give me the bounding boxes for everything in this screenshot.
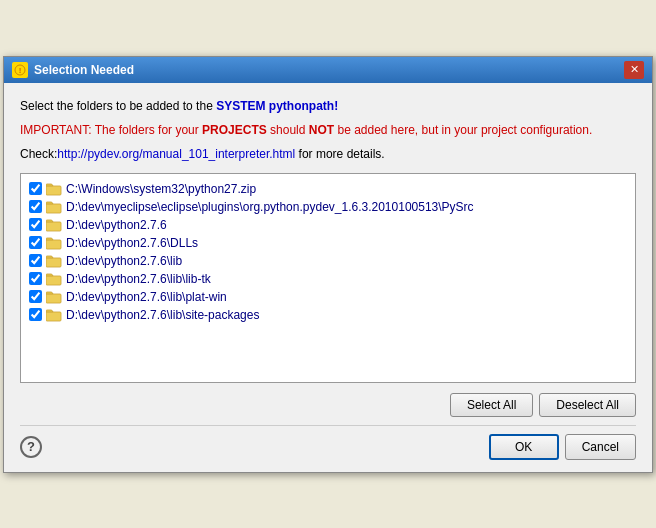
svg-rect-11: [47, 258, 61, 266]
list-item-path: D:\dev\python2.7.6\lib\site-packages: [66, 308, 259, 322]
list-item-checkbox[interactable]: [29, 200, 42, 213]
list-box[interactable]: C:\Windows\system32\python27.zip D:\dev\…: [20, 173, 636, 383]
svg-rect-13: [47, 276, 61, 284]
folder-icon: [46, 182, 62, 196]
cancel-button[interactable]: Cancel: [565, 434, 636, 460]
svg-rect-15: [47, 294, 61, 302]
list-item[interactable]: D:\dev\python2.7.6\DLLs: [25, 234, 631, 252]
list-item-path: D:\dev\python2.7.6: [66, 218, 167, 232]
svg-rect-3: [47, 186, 61, 194]
title-text: Selection Needed: [34, 63, 134, 77]
list-item-path: D:\dev\python2.7.6\lib\lib-tk: [66, 272, 211, 286]
svg-rect-17: [47, 312, 61, 320]
list-item-checkbox[interactable]: [29, 254, 42, 267]
bottom-buttons-row: ? OK Cancel: [20, 434, 636, 460]
deselect-all-button[interactable]: Deselect All: [539, 393, 636, 417]
folder-icon: [46, 218, 62, 232]
dialog-body: Select the folders to be added to the SY…: [4, 83, 652, 472]
folder-icon: [46, 272, 62, 286]
svg-rect-9: [47, 240, 61, 248]
dialog: ! Selection Needed ✕ Select the folders …: [3, 56, 653, 473]
list-item-checkbox[interactable]: [29, 308, 42, 321]
list-item-checkbox[interactable]: [29, 236, 42, 249]
list-item-path: D:\dev\myeclipse\eclipse\plugins\org.pyt…: [66, 200, 474, 214]
list-item[interactable]: D:\dev\python2.7.6\lib\site-packages: [25, 306, 631, 324]
list-item-checkbox[interactable]: [29, 272, 42, 285]
message-line-2: IMPORTANT: The folders for your PROJECTS…: [20, 121, 636, 139]
ok-button[interactable]: OK: [489, 434, 559, 460]
help-icon[interactable]: ?: [20, 436, 42, 458]
list-item[interactable]: D:\dev\myeclipse\eclipse\plugins\org.pyt…: [25, 198, 631, 216]
manual-link[interactable]: http://pydev.org/manual_101_interpreter.…: [57, 147, 295, 161]
list-item-checkbox[interactable]: [29, 290, 42, 303]
folder-icon: [46, 254, 62, 268]
list-item[interactable]: D:\dev\python2.7.6\lib\lib-tk: [25, 270, 631, 288]
title-bar-left: ! Selection Needed: [12, 62, 134, 78]
list-item-checkbox[interactable]: [29, 218, 42, 231]
message-line-1: Select the folders to be added to the SY…: [20, 97, 636, 115]
svg-text:!: !: [19, 66, 22, 75]
list-item-checkbox[interactable]: [29, 182, 42, 195]
folder-icon: [46, 236, 62, 250]
close-button[interactable]: ✕: [624, 61, 644, 79]
list-item-path: D:\dev\python2.7.6\lib\plat-win: [66, 290, 227, 304]
list-item-path: D:\dev\python2.7.6\DLLs: [66, 236, 198, 250]
select-all-button[interactable]: Select All: [450, 393, 533, 417]
important-prefix: IMPORTANT: The folders for your PROJECTS…: [20, 123, 592, 137]
svg-rect-7: [47, 222, 61, 230]
folder-icon: [46, 200, 62, 214]
folder-icon: [46, 308, 62, 322]
ok-cancel-row: OK Cancel: [489, 434, 636, 460]
divider: [20, 425, 636, 426]
list-item[interactable]: D:\dev\python2.7.6\lib: [25, 252, 631, 270]
svg-rect-5: [47, 204, 61, 212]
message-line-3: Check:http://pydev.org/manual_101_interp…: [20, 145, 636, 163]
list-item[interactable]: D:\dev\python2.7.6\lib\plat-win: [25, 288, 631, 306]
list-item[interactable]: D:\dev\python2.7.6: [25, 216, 631, 234]
select-buttons-row: Select All Deselect All: [20, 393, 636, 417]
title-bar: ! Selection Needed ✕: [4, 57, 652, 83]
list-item-path: C:\Windows\system32\python27.zip: [66, 182, 256, 196]
list-item[interactable]: C:\Windows\system32\python27.zip: [25, 180, 631, 198]
system-pythonpath-text: SYSTEM pythonpath!: [216, 99, 338, 113]
folder-icon: [46, 290, 62, 304]
list-item-path: D:\dev\python2.7.6\lib: [66, 254, 182, 268]
dialog-icon: !: [12, 62, 28, 78]
